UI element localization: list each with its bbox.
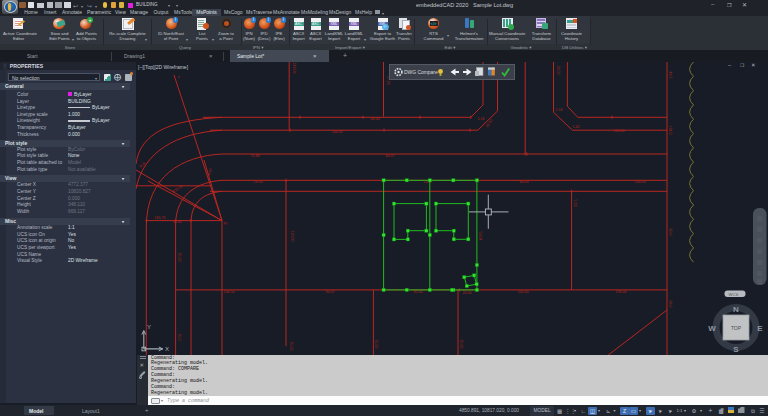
svg-text:120.00: 120.00 (290, 231, 294, 242)
svg-text:1.16: 1.16 (556, 108, 563, 112)
svg-text:28.50: 28.50 (485, 119, 493, 129)
svg-text:X: X (165, 346, 169, 352)
svg-text:60.00: 60.00 (371, 117, 380, 121)
svg-text:149.09: 149.09 (292, 63, 296, 74)
svg-text:35.00: 35.00 (374, 340, 378, 349)
svg-text:134.09: 134.09 (332, 130, 343, 134)
svg-text:1.16: 1.16 (478, 117, 485, 121)
svg-text:PI: PI (224, 222, 227, 226)
svg-text:60.0: 60.0 (668, 229, 672, 236)
svg-text:35.00: 35.00 (459, 340, 463, 349)
svg-text:196.00: 196.00 (616, 290, 627, 294)
svg-text:20.00: 20.00 (463, 291, 472, 295)
svg-text:90.07: 90.07 (326, 290, 335, 294)
svg-text:96.0: 96.0 (668, 301, 672, 308)
svg-text:x: x (178, 75, 180, 79)
svg-text:35.00: 35.00 (289, 342, 293, 351)
svg-text:Y: Y (147, 324, 151, 330)
svg-text:100.00: 100.00 (635, 180, 646, 184)
svg-text:75.88: 75.88 (251, 154, 260, 158)
svg-text:R20: R20 (207, 168, 213, 175)
svg-text:W: W (708, 324, 716, 333)
svg-text:74.00: 74.00 (254, 180, 263, 184)
svg-text:35.0: 35.0 (177, 334, 181, 341)
svg-text:134.0: 134.0 (668, 126, 672, 135)
svg-text:S: S (733, 345, 739, 354)
svg-text:R75: R75 (139, 162, 147, 169)
svg-text:59.04: 59.04 (478, 232, 482, 241)
svg-text:165.75: 165.75 (155, 216, 166, 220)
svg-text:WCS: WCS (729, 292, 739, 297)
svg-text:35.00: 35.00 (173, 220, 182, 224)
svg-text:35.00: 35.00 (177, 253, 181, 262)
svg-text:100.00: 100.00 (518, 290, 529, 294)
svg-text:49.5: 49.5 (668, 72, 672, 79)
svg-text:64.00: 64.00 (520, 180, 529, 184)
svg-text:134.50: 134.50 (614, 129, 625, 133)
svg-text:TOP: TOP (731, 325, 742, 331)
svg-text:5.18: 5.18 (573, 200, 577, 207)
svg-text:N: N (733, 305, 739, 314)
svg-text:136.50: 136.50 (224, 290, 235, 294)
svg-text:E: E (757, 324, 763, 333)
svg-text:60.07: 60.07 (386, 154, 395, 158)
svg-text:85.00: 85.00 (414, 290, 423, 294)
svg-text:28.50: 28.50 (556, 66, 560, 75)
svg-text:1.42: 1.42 (573, 125, 580, 129)
